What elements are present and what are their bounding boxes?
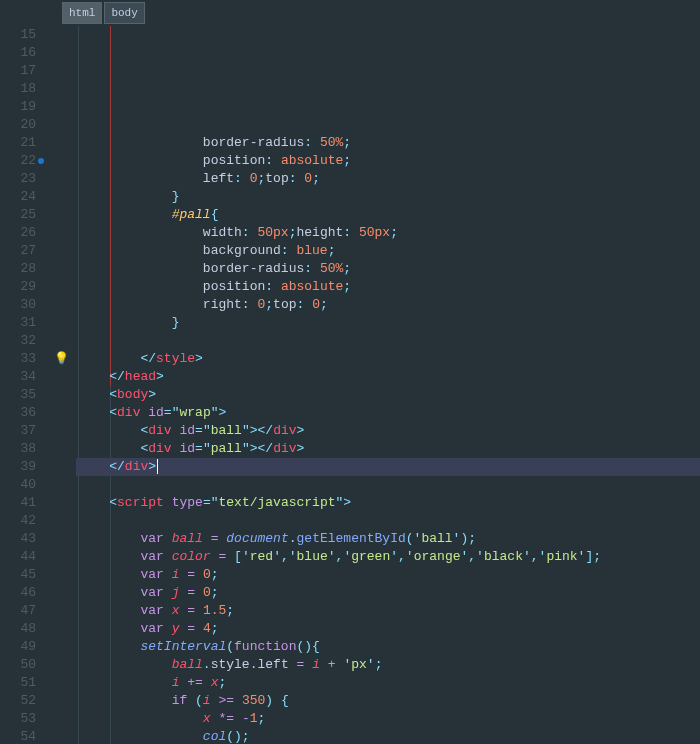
line-number: 49 [0,638,36,656]
line-number: 45 [0,566,36,584]
line-number: 40 [0,476,36,494]
code-line[interactable] [76,512,700,530]
code-line[interactable]: </head> [76,368,700,386]
code-line[interactable]: i += x; [76,674,700,692]
code-line[interactable]: } [76,314,700,332]
code-line[interactable]: if (i >= 350) { [76,692,700,710]
line-number: 34 [0,368,36,386]
code-line[interactable]: ball.style.left = i + 'px'; [76,656,700,674]
line-number: 47 [0,602,36,620]
line-number: 30 [0,296,36,314]
breadcrumb: html body [0,0,700,26]
line-number: 32 [0,332,36,350]
code-line[interactable]: </div> [76,458,700,476]
line-number: 28 [0,260,36,278]
line-number: 48 [0,620,36,638]
line-number: 26 [0,224,36,242]
code-line[interactable]: } [76,188,700,206]
code-line[interactable]: var x = 1.5; [76,602,700,620]
line-number: 16 [0,44,36,62]
line-number: 22 [0,152,36,170]
line-gutter: 1516171819202122232425262728293031323334… [0,26,50,744]
code-line[interactable] [76,116,700,134]
text-cursor [157,459,158,474]
code-line[interactable]: position: absolute; [76,152,700,170]
breadcrumb-item-html[interactable]: html [62,2,102,24]
line-number: 46 [0,584,36,602]
code-line[interactable]: <div id="wrap"> [76,404,700,422]
code-line[interactable]: #pall{ [76,206,700,224]
line-number: 39 [0,458,36,476]
code-line[interactable]: x *= -1; [76,710,700,728]
code-line[interactable]: <body> [76,386,700,404]
breakpoint-marker-icon[interactable] [38,158,44,164]
line-number: 43 [0,530,36,548]
code-line[interactable]: setInterval(function(){ [76,638,700,656]
code-line[interactable]: left: 0;top: 0; [76,170,700,188]
code-editor[interactable]: 1516171819202122232425262728293031323334… [0,26,700,744]
line-number: 20 [0,116,36,134]
code-line[interactable] [76,476,700,494]
code-line[interactable]: background: blue; [76,242,700,260]
line-number: 29 [0,278,36,296]
code-line[interactable]: var i = 0; [76,566,700,584]
line-number: 24 [0,188,36,206]
line-number: 17 [0,62,36,80]
line-number: 15 [0,26,36,44]
line-number: 36 [0,404,36,422]
line-number: 51 [0,674,36,692]
line-number: 37 [0,422,36,440]
line-number: 31 [0,314,36,332]
code-line[interactable]: </style> [76,350,700,368]
line-number: 23 [0,170,36,188]
line-number: 27 [0,242,36,260]
line-number: 38 [0,440,36,458]
code-line[interactable]: var ball = document.getElementById('ball… [76,530,700,548]
line-number: 35 [0,386,36,404]
code-line[interactable]: <div id="ball"></div> [76,422,700,440]
line-number: 53 [0,710,36,728]
gutter-icons: 💡 [50,26,76,744]
line-number: 42 [0,512,36,530]
breadcrumb-item-body[interactable]: body [104,2,144,24]
line-number: 54 [0,728,36,744]
code-line[interactable]: border-radius: 50%; [76,260,700,278]
code-line[interactable]: width: 50px;height: 50px; [76,224,700,242]
lightbulb-icon[interactable]: 💡 [54,352,68,366]
code-line[interactable]: <div id="pall"></div> [76,440,700,458]
line-number: 44 [0,548,36,566]
line-number: 25 [0,206,36,224]
code-line[interactable]: var y = 4; [76,620,700,638]
code-line[interactable] [76,332,700,350]
code-line[interactable]: position: absolute; [76,278,700,296]
code-area[interactable]: border-radius: 50%; position: absolute; … [76,26,700,744]
line-number: 52 [0,692,36,710]
code-line[interactable]: <script type="text/javascript"> [76,494,700,512]
line-number: 50 [0,656,36,674]
code-line[interactable]: border-radius: 50%; [76,134,700,152]
line-number: 19 [0,98,36,116]
line-number: 41 [0,494,36,512]
code-line[interactable]: var color = ['red','blue','green','orang… [76,548,700,566]
line-number: 33 [0,350,36,368]
code-line[interactable]: col(); [76,728,700,744]
code-line[interactable]: var j = 0; [76,584,700,602]
line-number: 21 [0,134,36,152]
line-number: 18 [0,80,36,98]
code-line[interactable]: right: 0;top: 0; [76,296,700,314]
